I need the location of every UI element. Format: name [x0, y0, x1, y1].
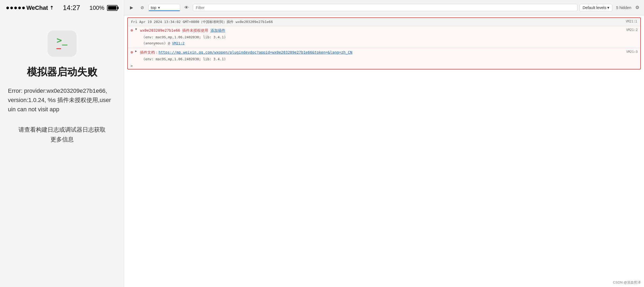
error1-main-text: wx0e203209e27b1e66 插件未授权使用 [140, 28, 211, 33]
terminal-dash: — [57, 44, 61, 53]
wifi-icon: ⇡ [50, 5, 54, 11]
console-content[interactable]: Fri Apr 19 2024 13:34:02 GMT+0800（中国标准时间… [124, 15, 644, 287]
eye-button[interactable]: 👁 [182, 3, 191, 12]
battery-percentage: 100% [90, 4, 104, 11]
error1-expand-arrow[interactable]: ▼ [135, 27, 137, 31]
error1-anon-text: (anonymous) @ VM21:2 [138, 41, 185, 46]
signal-dot-2 [10, 7, 13, 9]
header-vm: VM21:1 [626, 20, 637, 24]
context-label: top [151, 5, 156, 10]
battery-icon [107, 5, 118, 11]
error-group: Fri Apr 19 2024 13:34:02 GMT+0800（中国标准时间… [127, 17, 641, 70]
error1-anonymous-line: (anonymous) @ VM21:2 [128, 41, 640, 47]
clock: 14:27 [63, 4, 80, 12]
context-selector[interactable]: top ▾ [148, 4, 180, 11]
error2-icon: ⊗ [130, 50, 133, 55]
error1-vm-ref: VM21:2 [626, 27, 638, 32]
signal-dot-4 [18, 7, 21, 9]
devtools-panel: ▶ ⊘ top ▾ 👁 Default levels ▾ 5 hidden ⚙ … [124, 0, 644, 287]
error2-vm-ref: VM21:3 [626, 49, 638, 54]
error2-doc-link[interactable]: https://mp.weixin.qq.com/wxopen/pluginde… [158, 50, 352, 54]
carrier-label: WeChat [26, 4, 48, 11]
play-button[interactable]: ▶ [127, 3, 136, 12]
collapse-arrow[interactable]: > [128, 63, 640, 69]
error1-icon: ⊗ [130, 28, 133, 33]
error2-prefix: 插件文档： [140, 50, 158, 54]
active-underline [149, 10, 180, 11]
phone-panel: WeChat ⇡ 14:27 100% >_ — 模拟器启动失败 Error: … [0, 0, 124, 287]
signal-dot-3 [14, 7, 17, 9]
error2-expand-arrow[interactable]: ▶ [135, 49, 137, 53]
error2-env-line: (env: macOS,mp,1.06.2402030; lib: 3.4.1) [128, 57, 640, 63]
levels-button[interactable]: Default levels ▾ [580, 4, 612, 11]
play-icon: ▶ [130, 5, 133, 10]
signal-dot-1 [6, 7, 9, 9]
signal-dot-5 [22, 7, 25, 9]
terminal-icon: >_ — [48, 30, 77, 57]
levels-label: Default levels [582, 5, 606, 10]
settings-button[interactable]: ⚙ [633, 4, 641, 11]
error1-add-plugin-link[interactable]: 添加插件 [211, 28, 225, 33]
header-text: Fri Apr 19 2024 13:34:02 GMT+0800（中国标准时间… [131, 20, 273, 24]
context-dropdown-arrow: ▾ [158, 5, 160, 10]
error2-text: 插件文档：https://mp.weixin.qq.com/wxopen/plu… [140, 49, 624, 55]
status-bar-right: 100% [90, 4, 118, 11]
error2-main-line: ⊗ ▶ 插件文档：https://mp.weixin.qq.com/wxopen… [128, 48, 640, 57]
phone-error-hint: 请查看构建日志或调试器日志获取 更多信息 [13, 125, 111, 145]
devtools-toolbar: ▶ ⊘ top ▾ 👁 Default levels ▾ 5 hidden ⚙ [124, 0, 644, 15]
eye-icon: 👁 [184, 5, 189, 10]
error1-vm-link[interactable]: VM21:2 [172, 41, 185, 45]
error1-env-line: (env: macOS,mp,1.06.2402030; lib: 3.4.1) [128, 35, 640, 41]
filter-input[interactable] [193, 4, 577, 11]
csdn-watermark: CSDN @混血哲泽 [613, 280, 641, 285]
error1-main-line: ⊗ ▼ wx0e203209e27b1e66 插件未授权使用 添加插件 VM21… [128, 26, 640, 35]
battery-fill [108, 6, 116, 10]
error2-env-text: (env: macOS,mp,1.06.2402030; lib: 3.4.1) [138, 57, 226, 62]
signal-dots [6, 7, 25, 9]
phone-error-title: 模拟器启动失败 [27, 65, 97, 79]
gear-icon: ⚙ [635, 5, 639, 10]
phone-error-desc: Error: provider:wx0e203209e27b1e66, vers… [0, 86, 124, 114]
stop-button[interactable]: ⊘ [138, 3, 146, 12]
hidden-count: 5 hidden [616, 5, 631, 10]
error1-text: wx0e203209e27b1e66 插件未授权使用 添加插件 [140, 27, 624, 33]
error1-env-text: (env: macOS,mp,1.06.2402030; lib: 3.4.1) [138, 35, 226, 40]
status-bar-left: WeChat ⇡ [6, 4, 54, 11]
stop-icon: ⊘ [141, 5, 144, 10]
log-header-line: Fri Apr 19 2024 13:34:02 GMT+0800（中国标准时间… [128, 18, 640, 26]
phone-content: >_ — 模拟器启动失败 Error: provider:wx0e203209e… [0, 15, 124, 287]
status-bar: WeChat ⇡ 14:27 100% [0, 0, 124, 15]
levels-dropdown-arrow: ▾ [607, 5, 609, 10]
collapse-icon: > [130, 64, 133, 68]
